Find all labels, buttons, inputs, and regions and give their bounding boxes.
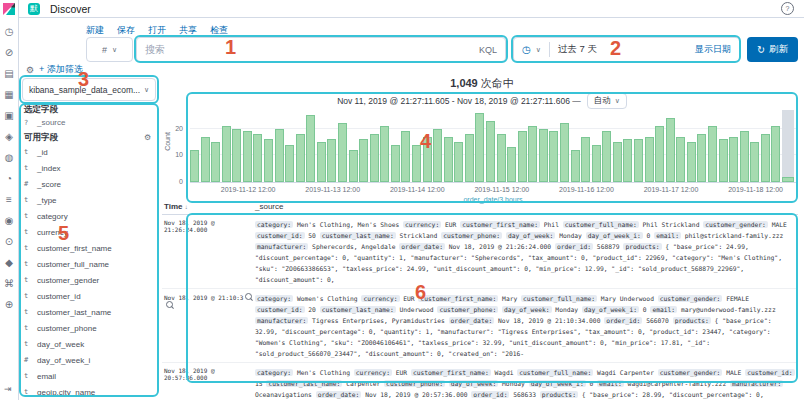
field-item-currency[interactable]: tcurrency bbox=[24, 224, 154, 240]
histogram-bar[interactable] bbox=[581, 137, 590, 182]
histogram-bar[interactable] bbox=[391, 145, 400, 182]
histogram-bar[interactable] bbox=[454, 142, 463, 182]
canvas-icon[interactable]: ▣ bbox=[4, 110, 13, 121]
zoom-out-icon[interactable] bbox=[166, 301, 173, 308]
histogram-bar[interactable] bbox=[232, 129, 241, 182]
histogram-bar[interactable] bbox=[571, 150, 580, 182]
histogram-bar[interactable] bbox=[370, 134, 379, 182]
histogram-bar[interactable] bbox=[613, 142, 622, 182]
field-item-customer_gender[interactable]: tcustomer_gender bbox=[24, 272, 154, 288]
histogram-bar[interactable] bbox=[243, 131, 252, 182]
machine-learning-icon[interactable]: ◍ bbox=[5, 152, 14, 163]
field-item-geoip.city_name[interactable]: tgeoip.city_name bbox=[24, 384, 154, 400]
histogram-bar[interactable] bbox=[708, 126, 717, 182]
uptime-icon[interactable]: ⊙ bbox=[5, 236, 13, 247]
histogram-bar[interactable] bbox=[401, 131, 410, 182]
field-item-day_of_week_i[interactable]: #day_of_week_i bbox=[24, 352, 154, 368]
sort-down-icon[interactable]: ↓ bbox=[185, 204, 188, 210]
menu-item-1[interactable]: 保存 bbox=[117, 24, 135, 37]
time-range-value[interactable]: 过去 7 天 bbox=[558, 43, 597, 56]
field-item-customer_first_name[interactable]: tcustomer_first_name bbox=[24, 240, 154, 256]
field-item-customer_full_name[interactable]: tcustomer_full_name bbox=[24, 256, 154, 272]
histogram-bar[interactable] bbox=[349, 150, 358, 182]
time-column-header[interactable]: Time ↓ bbox=[162, 202, 255, 211]
histogram-bar[interactable] bbox=[750, 142, 759, 182]
management-icon[interactable]: ⊕ bbox=[5, 299, 13, 310]
field-item-category[interactable]: tcategory bbox=[24, 208, 154, 224]
histogram-bar[interactable] bbox=[623, 139, 632, 182]
histogram-bar[interactable] bbox=[285, 145, 294, 182]
histogram-bar[interactable] bbox=[697, 134, 706, 182]
histogram-bar[interactable] bbox=[645, 137, 654, 182]
field-item-_score[interactable]: #_score bbox=[24, 176, 154, 192]
field-item-_index[interactable]: t_index bbox=[24, 160, 154, 176]
field-item-_type[interactable]: t_type bbox=[24, 192, 154, 208]
maps-icon[interactable]: ◈ bbox=[5, 131, 13, 142]
interval-select[interactable]: 自动 ∨ bbox=[587, 93, 627, 109]
field-item-source[interactable]: ? _source bbox=[24, 118, 65, 127]
histogram-bar-partial[interactable] bbox=[782, 177, 794, 182]
nav-collapse-icon[interactable]: ⇥ bbox=[4, 384, 12, 394]
histogram-bar[interactable] bbox=[539, 129, 548, 182]
histogram-bar[interactable] bbox=[264, 139, 273, 182]
histogram-bar[interactable] bbox=[507, 147, 516, 182]
histogram-bar[interactable] bbox=[444, 137, 453, 182]
dev-tools-icon[interactable]: ⌘ bbox=[4, 278, 14, 289]
space-badge[interactable]: 默 bbox=[28, 3, 40, 15]
histogram-bar[interactable] bbox=[211, 142, 220, 182]
saved-query-menu-button[interactable]: # ∨ bbox=[86, 37, 133, 62]
menu-item-2[interactable]: 打开 bbox=[148, 24, 166, 37]
show-dates-button[interactable]: 显示日期 bbox=[695, 43, 731, 56]
menu-item-3[interactable]: 共享 bbox=[179, 24, 197, 37]
histogram-bar[interactable] bbox=[497, 134, 506, 182]
histogram-bar[interactable] bbox=[201, 137, 210, 182]
zoom-in-icon[interactable] bbox=[245, 293, 252, 300]
field-item-email[interactable]: temail bbox=[24, 368, 154, 384]
gear-icon[interactable]: ⚙ bbox=[26, 65, 34, 75]
histogram-bar[interactable] bbox=[740, 131, 749, 182]
histogram-bar[interactable] bbox=[676, 137, 685, 182]
index-pattern-select[interactable]: kibana_sample_data_ecom... ∨ bbox=[22, 78, 156, 101]
table-row[interactable]: Nov 18, 2019 @ 21:26:24.000category: Men… bbox=[162, 215, 798, 288]
kibana-logo-icon[interactable] bbox=[3, 3, 15, 15]
table-row[interactable]: Nov 18, 2019 @ 20:57:36.000category: Men… bbox=[162, 362, 798, 400]
field-item-customer_phone[interactable]: tcustomer_phone bbox=[24, 320, 154, 336]
help-icon[interactable]: ? bbox=[781, 2, 794, 15]
histogram-bar[interactable] bbox=[253, 134, 262, 182]
histogram-bar[interactable] bbox=[602, 131, 611, 182]
visualize-icon[interactable]: ▤ bbox=[4, 68, 13, 79]
histogram-bar[interactable] bbox=[423, 137, 432, 182]
kql-toggle[interactable]: KQL bbox=[479, 45, 497, 55]
refresh-button[interactable]: ↻ 刷新 bbox=[747, 37, 798, 62]
histogram-bar[interactable] bbox=[275, 129, 284, 182]
field-item-customer_last_name[interactable]: tcustomer_last_name bbox=[24, 304, 154, 320]
histogram-bar[interactable] bbox=[317, 142, 326, 182]
histogram-bar[interactable] bbox=[528, 126, 537, 182]
time-range-picker[interactable]: ◷ ∨ 过去 7 天 显示日期 bbox=[513, 37, 740, 62]
histogram-bar[interactable] bbox=[465, 134, 474, 182]
histogram-bar[interactable] bbox=[412, 145, 421, 182]
histogram-bar[interactable] bbox=[560, 123, 569, 182]
histogram-bar[interactable] bbox=[687, 142, 696, 182]
siem-icon[interactable]: ◆ bbox=[5, 257, 13, 268]
histogram-chart[interactable] bbox=[190, 110, 796, 183]
histogram-bar[interactable] bbox=[359, 139, 368, 182]
histogram-bar[interactable] bbox=[433, 129, 442, 182]
histogram-bar[interactable] bbox=[296, 134, 305, 182]
dashboard-icon[interactable]: ▦ bbox=[4, 89, 13, 100]
field-item-customer_id[interactable]: tcustomer_id bbox=[24, 288, 154, 304]
field-settings-gear-icon[interactable]: ⚙ bbox=[144, 133, 151, 142]
histogram-bar[interactable] bbox=[634, 139, 643, 182]
menu-item-4[interactable]: 检查 bbox=[210, 24, 228, 37]
table-row[interactable]: Nov 18, 2019 @ 21:10:3category: Women's … bbox=[162, 288, 798, 362]
menu-item-0[interactable]: 新建 bbox=[86, 24, 104, 37]
histogram-bar[interactable] bbox=[666, 118, 675, 182]
histogram-bar[interactable] bbox=[475, 113, 484, 182]
add-filter-link[interactable]: + 添加筛选 bbox=[39, 63, 83, 76]
logs-icon[interactable]: ≡ bbox=[6, 194, 12, 205]
histogram-bar[interactable] bbox=[518, 131, 527, 182]
histogram-bar[interactable] bbox=[771, 126, 780, 182]
histogram-bar[interactable] bbox=[306, 115, 315, 182]
histogram-bar[interactable] bbox=[327, 139, 336, 182]
apm-icon[interactable]: ◉ bbox=[5, 215, 14, 226]
